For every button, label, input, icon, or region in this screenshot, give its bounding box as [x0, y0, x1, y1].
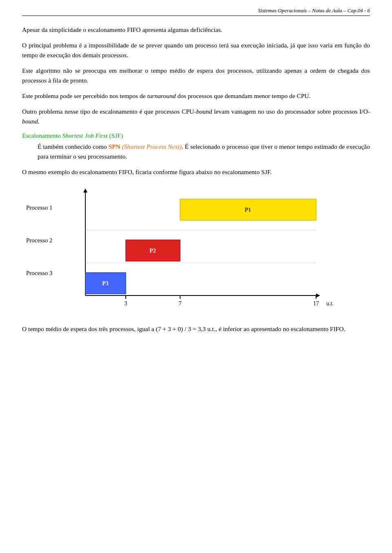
y-label-p3: Processo 3	[26, 270, 53, 276]
page: Sistemas Operacionais – Notas de Aula – …	[0, 0, 392, 553]
bar-p1-label: P1	[245, 207, 251, 213]
chart-svg: Processo 1 Processo 2 Processo 3 P3 P2	[22, 188, 373, 315]
header-title: Sistemas Operacionais – Notas de Aula – …	[258, 7, 370, 14]
paragraph-2: O principal problema é a impossibilidade…	[22, 40, 370, 60]
footer-paragraph: O tempo médio de espera dos três process…	[22, 324, 370, 334]
sjf-diagram: Processo 1 Processo 2 Processo 3 P3 P2	[22, 188, 370, 319]
tick-label-7: 7	[179, 300, 182, 307]
bar-p2-label: P2	[149, 248, 156, 254]
page-header: Sistemas Operacionais – Notas de Aula – …	[22, 7, 370, 16]
bar-p3-label: P3	[102, 280, 109, 287]
tick-label-3: 3	[125, 300, 127, 307]
section-paragraph-2: O mesmo exemplo do escalonamento FIFO, f…	[22, 167, 370, 177]
y-axis-arrow	[83, 188, 87, 193]
y-label-p1: Processo 1	[26, 204, 53, 211]
unit-label: u.t.	[326, 300, 334, 307]
y-label-p2: Processo 2	[26, 237, 53, 244]
tick-label-17: 17	[313, 300, 319, 307]
paragraph-5: Outro problema nesse tipo de escalonamen…	[22, 107, 370, 126]
section-heading-sjf: Escalonamento Shortest Job First (SJF)	[22, 132, 370, 139]
paragraph-3: Este algoritmo não se preocupa em melhor…	[22, 66, 370, 85]
paragraph-4: Este problema pode ser percebido nos tem…	[22, 91, 370, 101]
section-paragraph-1: É também conhecido como SPN (Shortest Pr…	[22, 142, 370, 161]
paragraph-1: Apesar da simplicidade o escalonamento F…	[22, 25, 370, 35]
x-axis-arrow	[316, 293, 320, 298]
